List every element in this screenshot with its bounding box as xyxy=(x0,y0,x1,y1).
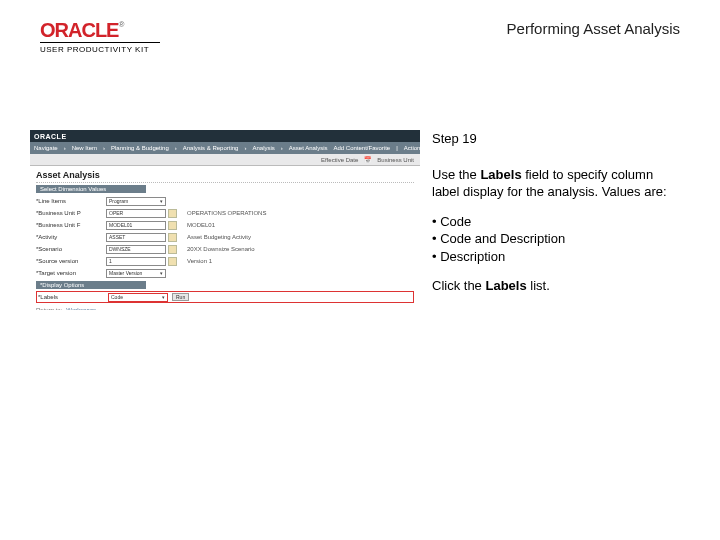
nav-item[interactable]: New Item xyxy=(72,145,97,151)
toolbar-business-unit: Business Unit xyxy=(377,157,414,163)
target-version-select[interactable]: Master Version xyxy=(106,269,166,278)
nav-right-item[interactable]: Add Content/Favorite xyxy=(333,145,390,151)
lookup-icon[interactable] xyxy=(168,257,177,266)
form-row: *Line Items Program xyxy=(36,195,414,207)
value-list: Code Code and Description Description xyxy=(432,213,678,266)
logo-block: ORACLE® USER PRODUCTIVITY KIT xyxy=(40,20,160,54)
lookup-icon[interactable] xyxy=(168,233,177,242)
instruction-panel: Step 19 Use the Labels field to specify … xyxy=(420,130,690,310)
form-row: *Activity ASSET Asset Budgeting Activity xyxy=(36,231,414,243)
workspace-link[interactable]: Workspace xyxy=(66,307,96,310)
app-screenshot: ORACLE Navigate› New Item› Planning & Bu… xyxy=(30,130,420,310)
app-topbar: ORACLE xyxy=(30,130,420,142)
bu-f-input[interactable]: MODEL01 xyxy=(106,221,166,230)
instruction-action: Click the Labels list. xyxy=(432,277,678,295)
field-desc: Asset Budgeting Activity xyxy=(187,234,251,240)
page-header: ORACLE® USER PRODUCTIVITY KIT Performing… xyxy=(40,20,680,54)
trademark: ® xyxy=(118,20,124,29)
toolbar-effective-date: Effective Date xyxy=(321,157,358,163)
lookup-icon[interactable] xyxy=(168,209,177,218)
scenario-input[interactable]: DWNSZE xyxy=(106,245,166,254)
line-items-select[interactable]: Program xyxy=(106,197,166,206)
run-button[interactable]: Run xyxy=(172,293,189,301)
nav-item[interactable]: Navigate xyxy=(34,145,58,151)
field-desc: 20XX Downsize Scenario xyxy=(187,246,255,252)
nav-item[interactable]: Asset Analysis xyxy=(289,145,328,151)
document-title: Performing Asset Analysis xyxy=(507,20,680,37)
labels-row-highlight: *Labels Code Run xyxy=(36,291,414,303)
nav-right-item[interactable]: Action Pipeline xyxy=(404,145,420,151)
list-item: Description xyxy=(432,248,678,266)
nav-item[interactable]: Analysis & Reporting xyxy=(183,145,239,151)
return-label: Return to: xyxy=(36,307,62,310)
app-brand: ORACLE xyxy=(34,133,67,140)
bu-p-input[interactable]: OPER xyxy=(106,209,166,218)
nav-item[interactable]: Planning & Budgeting xyxy=(111,145,169,151)
screen-title: Asset Analysis xyxy=(30,166,420,182)
app-nav: Navigate› New Item› Planning & Budgeting… xyxy=(30,142,420,154)
logo-subtitle: USER PRODUCTIVITY KIT xyxy=(40,45,160,54)
field-label: *Business Unit P xyxy=(36,210,106,216)
field-label: *Business Unit F xyxy=(36,222,106,228)
form-rows: *Line Items Program *Business Unit P OPE… xyxy=(30,195,420,279)
field-label: *Line Items xyxy=(36,198,106,204)
nav-item[interactable]: Analysis xyxy=(252,145,274,151)
form-row: *Business Unit P OPER OPERATIONS OPERATI… xyxy=(36,207,414,219)
list-item: Code xyxy=(432,213,678,231)
form-row: *Target version Master Version xyxy=(36,267,414,279)
app-toolbar: Effective Date 📅 Business Unit xyxy=(30,154,420,166)
brand-logo: ORACLE xyxy=(40,19,118,41)
field-label: *Labels xyxy=(38,294,108,300)
field-label: *Source version xyxy=(36,258,106,264)
field-label: *Scenario xyxy=(36,246,106,252)
form-row: *Scenario DWNSZE 20XX Downsize Scenario xyxy=(36,243,414,255)
lookup-icon[interactable] xyxy=(168,245,177,254)
section-header: *Display Options xyxy=(36,281,146,289)
activity-input[interactable]: ASSET xyxy=(106,233,166,242)
field-desc: OPERATIONS OPERATIONS xyxy=(187,210,266,216)
form-row: *Business Unit F MODEL01 MODEL01 xyxy=(36,219,414,231)
field-desc: Version 1 xyxy=(187,258,212,264)
field-desc: MODEL01 xyxy=(187,222,215,228)
field-label: *Activity xyxy=(36,234,106,240)
screen-footer: Return to: Workspace xyxy=(30,303,420,310)
instruction-text: Use the Labels field to specify column l… xyxy=(432,166,678,201)
list-item: Code and Description xyxy=(432,230,678,248)
section-header: Select Dimension Values xyxy=(36,185,146,193)
form-row: *Source version 1 Version 1 xyxy=(36,255,414,267)
lookup-icon[interactable] xyxy=(168,221,177,230)
labels-select[interactable]: Code xyxy=(108,293,168,302)
field-label: *Target version xyxy=(36,270,106,276)
source-version-input[interactable]: 1 xyxy=(106,257,166,266)
step-number: Step 19 xyxy=(432,130,678,148)
